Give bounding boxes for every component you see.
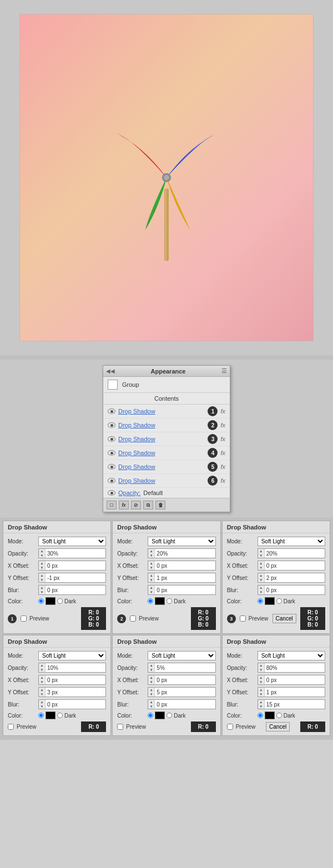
ds-blur-spinner-4[interactable]: ▲ ▼ xyxy=(39,700,46,709)
ds-xoffset-up-6[interactable]: ▲ xyxy=(258,675,264,680)
ds-xoffset-spinner-6[interactable]: ▲ ▼ xyxy=(258,675,265,684)
visibility-icon-4[interactable] xyxy=(108,450,115,456)
ds-yoffset-up-3[interactable]: ▲ xyxy=(258,573,264,578)
ds-dark-radio-3[interactable] xyxy=(276,598,282,604)
ds-color-swatch-4[interactable] xyxy=(46,711,56,719)
ds-opacity-down-4[interactable]: ▼ xyxy=(39,668,45,672)
ds-yoffset-down-6[interactable]: ▼ xyxy=(258,692,264,697)
ds-opacity-up-2[interactable]: ▲ xyxy=(148,549,154,553)
ds-color-radio-1[interactable] xyxy=(38,598,44,604)
ds-yoffset-down-5[interactable]: ▼ xyxy=(148,692,154,697)
ds-opacity-spinner-3[interactable]: ▲ ▼ xyxy=(258,549,265,558)
ds-opacity-up-5[interactable]: ▲ xyxy=(148,663,154,668)
ds-yoffset-down-2[interactable]: ▼ xyxy=(148,578,154,582)
ds-blur-spinner-6[interactable]: ▲ ▼ xyxy=(258,700,265,709)
ds-mode-select-1[interactable]: Soft Light xyxy=(38,537,106,546)
ds-xoffset-spinner-1[interactable]: ▲ ▼ xyxy=(39,561,46,570)
ds-opacity-down-6[interactable]: ▼ xyxy=(258,668,264,672)
visibility-icon-6[interactable] xyxy=(108,478,115,483)
ds-yoffset-spinner-2[interactable]: ▲ ▼ xyxy=(148,573,155,582)
ds-mode-select-6[interactable]: Soft Light xyxy=(258,651,325,660)
drop-shadow-link-3[interactable]: Drop Shadow xyxy=(118,436,205,442)
ds-color-swatch-2[interactable] xyxy=(155,597,165,605)
ds-color-swatch-5[interactable] xyxy=(155,711,165,719)
ds-color-radio-5[interactable] xyxy=(148,713,153,718)
drop-shadow-link-5[interactable]: Drop Shadow xyxy=(118,463,205,470)
ds-xoffset-up-2[interactable]: ▲ xyxy=(148,561,154,566)
ds-preview-check-4[interactable] xyxy=(8,724,14,730)
ds-xoffset-up-1[interactable]: ▲ xyxy=(39,561,45,566)
panel-menu-icon[interactable]: ☰ xyxy=(221,367,227,375)
ds-blur-up-2[interactable]: ▲ xyxy=(148,586,154,590)
drop-shadow-link-6[interactable]: Drop Shadow xyxy=(118,477,205,484)
ds-xoffset-down-2[interactable]: ▼ xyxy=(148,566,154,570)
ds-yoffset-down-1[interactable]: ▼ xyxy=(39,578,45,582)
ds-blur-down-1[interactable]: ▼ xyxy=(39,590,45,594)
ds-blur-up-6[interactable]: ▲ xyxy=(258,700,264,704)
ds-xoffset-down-1[interactable]: ▼ xyxy=(39,566,45,570)
ds-yoffset-up-6[interactable]: ▲ xyxy=(258,688,264,692)
ds-color-radio-6[interactable] xyxy=(258,713,263,718)
ds-mode-select-2[interactable]: Soft Light xyxy=(148,537,215,546)
copy-btn[interactable]: ⧉ xyxy=(143,501,153,509)
ds-opacity-up-6[interactable]: ▲ xyxy=(258,663,264,668)
ds-blur-down-3[interactable]: ▼ xyxy=(258,590,264,594)
delete-btn[interactable]: 🗑 xyxy=(155,501,165,509)
ds-mode-select-5[interactable]: Soft Light xyxy=(148,651,215,660)
ds-yoffset-up-2[interactable]: ▲ xyxy=(148,573,154,578)
ds-xoffset-down-3[interactable]: ▼ xyxy=(258,566,264,570)
ds-blur-up-5[interactable]: ▲ xyxy=(148,700,154,704)
ds-color-radio-2[interactable] xyxy=(148,598,153,604)
ds-dark-radio-6[interactable] xyxy=(276,713,282,718)
ds-opacity-down-1[interactable]: ▼ xyxy=(39,553,45,558)
ds-blur-up-4[interactable]: ▲ xyxy=(39,700,45,704)
ds-blur-down-2[interactable]: ▼ xyxy=(148,590,154,594)
ds-color-swatch-6[interactable] xyxy=(265,711,275,719)
ds-xoffset-spinner-5[interactable]: ▲ ▼ xyxy=(148,675,155,684)
ds-opacity-up-4[interactable]: ▲ xyxy=(39,663,45,668)
visibility-icon-3[interactable] xyxy=(108,436,115,442)
ds-xoffset-down-5[interactable]: ▼ xyxy=(148,680,154,684)
ds-opacity-down-2[interactable]: ▼ xyxy=(148,553,154,558)
ds-dark-radio-4[interactable] xyxy=(57,713,63,718)
ds-yoffset-up-1[interactable]: ▲ xyxy=(39,573,45,578)
ds-xoffset-spinner-4[interactable]: ▲ ▼ xyxy=(39,675,46,684)
ds-preview-check-6[interactable] xyxy=(227,724,233,730)
ds-dark-radio-2[interactable] xyxy=(167,598,172,604)
ds-xoffset-up-4[interactable]: ▲ xyxy=(39,675,45,680)
drop-shadow-link-1[interactable]: Drop Shadow xyxy=(118,408,205,415)
ds-xoffset-down-6[interactable]: ▼ xyxy=(258,680,264,684)
new-layer-btn[interactable]: □ xyxy=(107,501,117,509)
ds-blur-spinner-5[interactable]: ▲ ▼ xyxy=(148,700,155,709)
ds-blur-up-3[interactable]: ▲ xyxy=(258,586,264,590)
drop-shadow-link-4[interactable]: Drop Shadow xyxy=(118,450,205,456)
ds-xoffset-spinner-3[interactable]: ▲ ▼ xyxy=(258,561,265,570)
drop-shadow-link-2[interactable]: Drop Shadow xyxy=(118,422,205,428)
ds-opacity-down-5[interactable]: ▼ xyxy=(148,668,154,672)
visibility-icon-2[interactable] xyxy=(108,422,115,428)
ds-yoffset-spinner-1[interactable]: ▲ ▼ xyxy=(39,573,46,582)
ds-opacity-spinner-2[interactable]: ▲ ▼ xyxy=(148,549,155,558)
ds-xoffset-spinner-2[interactable]: ▲ ▼ xyxy=(148,561,155,570)
ds-xoffset-down-4[interactable]: ▼ xyxy=(39,680,45,684)
ds-yoffset-spinner-6[interactable]: ▲ ▼ xyxy=(258,688,265,697)
ds-opacity-up-3[interactable]: ▲ xyxy=(258,549,264,553)
ds-dark-radio-5[interactable] xyxy=(167,713,172,718)
ds-yoffset-down-4[interactable]: ▼ xyxy=(39,692,45,697)
ds-color-radio-3[interactable] xyxy=(258,598,263,604)
ds-opacity-down-3[interactable]: ▼ xyxy=(258,553,264,558)
ds-yoffset-down-3[interactable]: ▼ xyxy=(258,578,264,582)
ds-yoffset-spinner-3[interactable]: ▲ ▼ xyxy=(258,573,265,582)
opacity-label[interactable]: Opacity: xyxy=(118,489,140,496)
ds-opacity-spinner-4[interactable]: ▲ ▼ xyxy=(39,663,46,672)
ds-blur-down-6[interactable]: ▼ xyxy=(258,704,264,709)
ds-opacity-spinner-5[interactable]: ▲ ▼ xyxy=(148,663,155,672)
visibility-icon-opacity[interactable] xyxy=(108,490,115,496)
cancel-btn-6[interactable]: Cancel xyxy=(266,722,290,731)
ds-xoffset-up-3[interactable]: ▲ xyxy=(258,561,264,566)
ds-color-radio-4[interactable] xyxy=(38,713,44,718)
ds-blur-up-1[interactable]: ▲ xyxy=(39,586,45,590)
ds-dark-radio-1[interactable] xyxy=(57,598,63,604)
cancel-btn-3[interactable]: Cancel xyxy=(273,614,296,623)
ds-yoffset-up-5[interactable]: ▲ xyxy=(148,688,154,692)
